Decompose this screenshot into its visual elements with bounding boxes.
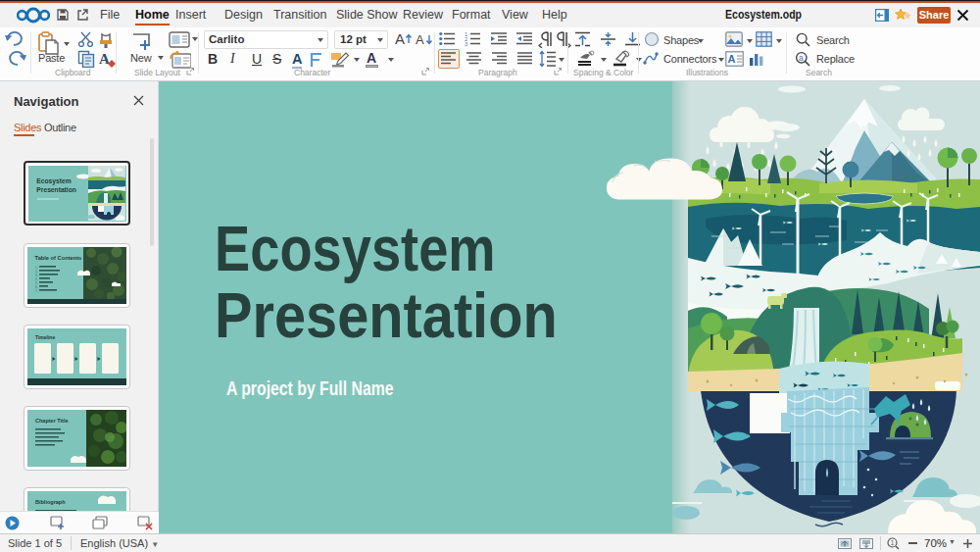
svg-text:Presentation: Presentation xyxy=(36,185,75,192)
svg-text:A: A xyxy=(395,30,405,47)
svg-text:Table of Contents: Table of Contents xyxy=(35,255,82,261)
svg-text:Bibliograph: Bibliograph xyxy=(35,499,66,505)
svg-text:1: 1 xyxy=(891,539,895,546)
svg-text:a: a xyxy=(799,53,804,63)
svg-text:Timeline: Timeline xyxy=(35,334,55,340)
svg-text:Ecosystem: Ecosystem xyxy=(36,176,71,184)
svg-text:A: A xyxy=(99,51,110,67)
svg-text:7.: 7. xyxy=(35,289,38,293)
svg-text:A: A xyxy=(728,53,736,65)
svg-text:3: 3 xyxy=(465,41,467,47)
svg-text:Chapter Title: Chapter Title xyxy=(35,418,69,424)
svg-text:A: A xyxy=(416,32,424,47)
